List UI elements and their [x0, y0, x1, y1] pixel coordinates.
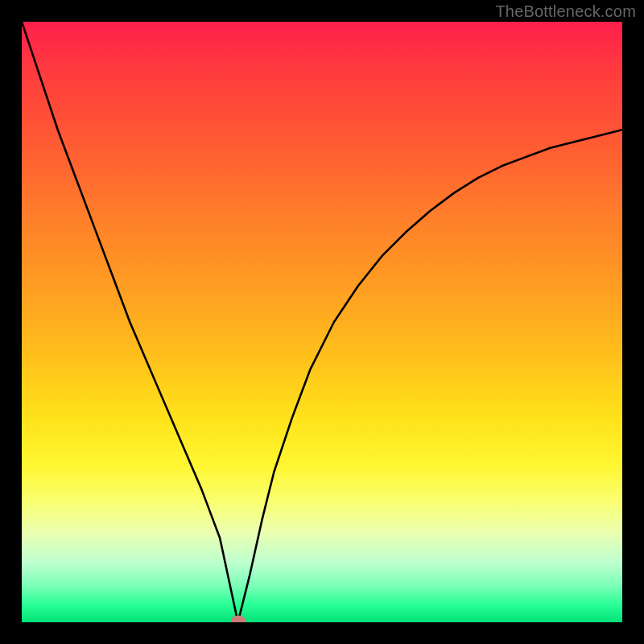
chart-stage: TheBottleneck.com [0, 0, 644, 644]
attribution-text: TheBottleneck.com [495, 2, 636, 21]
plot-area [22, 22, 622, 622]
curve-layer [22, 22, 622, 622]
optimal-point-marker [231, 616, 246, 623]
bottleneck-curve [22, 22, 622, 622]
